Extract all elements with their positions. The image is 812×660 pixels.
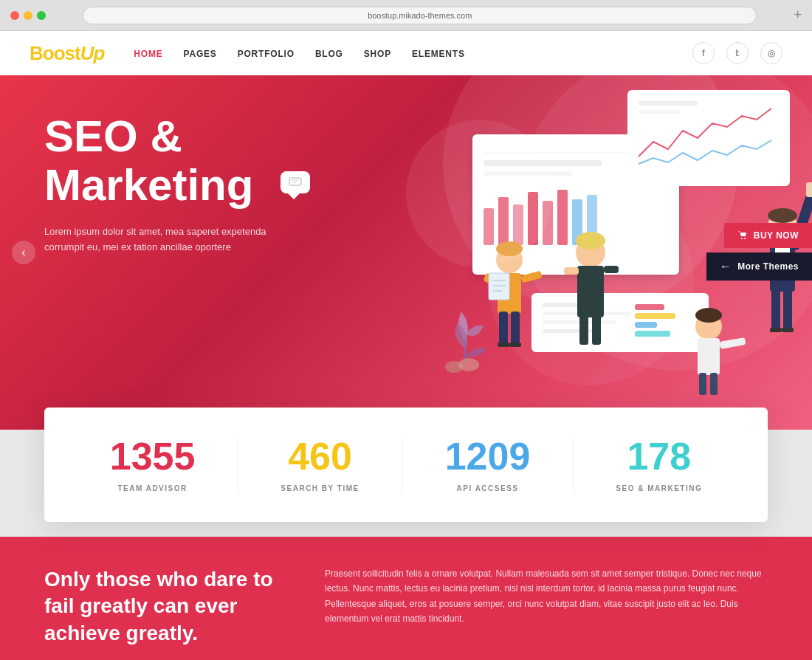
svg-rect-44 bbox=[592, 315, 601, 345]
svg-rect-10 bbox=[484, 171, 572, 176]
nav-link-portfolio[interactable]: PORTFOLIO bbox=[238, 49, 295, 59]
stat-divider-2 bbox=[402, 437, 402, 492]
browser-chrome: boostup.mikado-themes.com + bbox=[0, 0, 812, 31]
svg-rect-16 bbox=[557, 190, 568, 245]
chat-bubble-icon bbox=[281, 171, 310, 193]
svg-rect-29 bbox=[635, 322, 657, 328]
stat-label-2: API ACCSESS bbox=[445, 484, 531, 492]
svg-rect-49 bbox=[698, 338, 720, 375]
website-content: BoostUp HOME PAGES PORTFOLIO BLOG SHOP E… bbox=[0, 31, 812, 660]
svg-rect-50 bbox=[699, 373, 706, 395]
stat-label-1: SEARCH BY TIME bbox=[281, 484, 359, 492]
stat-number-3: 178 bbox=[616, 437, 702, 475]
facebook-icon[interactable]: f bbox=[692, 42, 715, 64]
stat-number-2: 1209 bbox=[445, 437, 531, 475]
stat-label-0: TEAM ADVISOR bbox=[110, 484, 196, 492]
instagram-icon[interactable]: ◎ bbox=[760, 42, 782, 64]
nav-item-shop[interactable]: SHOP bbox=[364, 47, 391, 60]
logo-main: Boost bbox=[30, 42, 80, 64]
new-tab-button[interactable]: + bbox=[794, 7, 802, 23]
stat-item-2: 1209 API ACCSESS bbox=[445, 437, 531, 492]
svg-rect-60 bbox=[770, 328, 782, 332]
svg-rect-36 bbox=[498, 343, 509, 347]
nav-link-blog[interactable]: BLOG bbox=[315, 49, 343, 59]
nav-link-shop[interactable]: SHOP bbox=[364, 49, 391, 59]
stat-label-3: SEO & MARKETING bbox=[616, 484, 702, 492]
svg-rect-51 bbox=[710, 373, 718, 395]
svg-rect-27 bbox=[635, 304, 664, 310]
svg-rect-30 bbox=[635, 331, 670, 337]
nav-item-pages[interactable]: PAGES bbox=[184, 47, 217, 60]
buy-now-button[interactable]: BUY NOW bbox=[724, 223, 812, 248]
nav-item-portfolio[interactable]: PORTFOLIO bbox=[238, 47, 295, 60]
svg-rect-13 bbox=[513, 204, 523, 245]
svg-rect-0 bbox=[289, 178, 301, 185]
svg-rect-63 bbox=[806, 182, 812, 197]
svg-rect-34 bbox=[499, 312, 508, 345]
url-text: boostup.mikado-themes.com bbox=[368, 11, 472, 20]
stat-item-3: 178 SEO & MARKETING bbox=[616, 437, 702, 492]
navigation: BoostUp HOME PAGES PORTFOLIO BLOG SHOP E… bbox=[0, 31, 812, 75]
svg-point-48 bbox=[695, 308, 722, 323]
svg-rect-35 bbox=[511, 312, 520, 345]
nav-link-pages[interactable]: PAGES bbox=[184, 49, 217, 59]
close-button[interactable] bbox=[10, 11, 19, 20]
svg-rect-9 bbox=[484, 160, 602, 166]
nav-link-home[interactable]: HOME bbox=[134, 49, 162, 59]
stat-number-0: 1355 bbox=[110, 437, 196, 475]
svg-point-41 bbox=[576, 232, 605, 250]
svg-rect-59 bbox=[783, 289, 792, 330]
bottom-quote-text: Only those who dare to fail greatly can … bbox=[44, 566, 281, 647]
traffic-lights bbox=[10, 11, 46, 20]
stats-section: 1355 TEAM ADVISOR 460 SEARCH BY TIME 120… bbox=[44, 408, 768, 522]
stat-divider-3 bbox=[573, 437, 574, 492]
svg-rect-14 bbox=[528, 192, 538, 245]
svg-point-32 bbox=[496, 241, 523, 256]
hero-section: ‹ SEO & Marketing Lorem ipsum dolor sit … bbox=[0, 75, 812, 430]
bottom-paragraph-text: Praesent sollicitudin felis a ornare vol… bbox=[325, 566, 768, 627]
twitter-icon[interactable]: 𝕥 bbox=[726, 42, 749, 64]
cart-icon bbox=[737, 230, 748, 241]
stat-number-1: 460 bbox=[281, 437, 359, 475]
bottom-quote: Only those who dare to fail greatly can … bbox=[44, 566, 281, 647]
svg-rect-28 bbox=[635, 313, 675, 319]
svg-rect-43 bbox=[579, 315, 588, 345]
nav-item-home[interactable]: HOME bbox=[134, 47, 162, 60]
svg-point-4 bbox=[744, 238, 746, 239]
svg-rect-58 bbox=[771, 289, 780, 330]
logo-accent: Up bbox=[80, 42, 105, 64]
more-themes-label: More Themes bbox=[737, 261, 799, 272]
fullscreen-button[interactable] bbox=[37, 11, 46, 20]
svg-rect-12 bbox=[498, 197, 509, 245]
svg-rect-67 bbox=[489, 273, 509, 300]
stat-item-0: 1355 TEAM ADVISOR bbox=[110, 437, 196, 492]
nav-link-elements[interactable]: ELEMENTS bbox=[412, 49, 465, 59]
svg-rect-37 bbox=[509, 343, 521, 347]
svg-rect-46 bbox=[604, 266, 619, 273]
bottom-section: Only those who dare to fail greatly can … bbox=[0, 537, 812, 660]
svg-rect-42 bbox=[577, 266, 604, 317]
svg-point-3 bbox=[741, 238, 743, 239]
slider-prev-button[interactable]: ‹ bbox=[12, 241, 35, 264]
more-themes-button[interactable]: ← More Themes bbox=[706, 252, 812, 281]
svg-rect-45 bbox=[564, 267, 579, 275]
nav-item-elements[interactable]: ELEMENTS bbox=[412, 47, 465, 60]
svg-point-66 bbox=[458, 358, 479, 371]
svg-rect-61 bbox=[782, 328, 794, 332]
svg-point-31 bbox=[496, 247, 523, 273]
svg-rect-15 bbox=[543, 201, 553, 245]
logo[interactable]: BoostUp bbox=[30, 42, 104, 65]
minimize-button[interactable] bbox=[24, 11, 32, 20]
stat-item-1: 460 SEARCH BY TIME bbox=[281, 437, 359, 492]
svg-rect-20 bbox=[639, 101, 698, 106]
nav-item-blog[interactable]: BLOG bbox=[315, 47, 343, 60]
bottom-paragraph: Praesent sollicitudin felis a ornare vol… bbox=[325, 566, 768, 647]
buy-now-label: BUY NOW bbox=[754, 230, 799, 241]
arrow-left-icon: ← bbox=[720, 260, 732, 273]
social-links: f 𝕥 ◎ bbox=[692, 42, 782, 64]
hero-title: SEO & Marketing bbox=[44, 112, 325, 210]
hero-description: Lorem ipsum dolor sit amet, mea saperet … bbox=[44, 224, 281, 255]
svg-point-54 bbox=[768, 208, 797, 223]
address-bar[interactable]: boostup.mikado-themes.com bbox=[83, 7, 757, 24]
svg-rect-11 bbox=[484, 208, 494, 245]
